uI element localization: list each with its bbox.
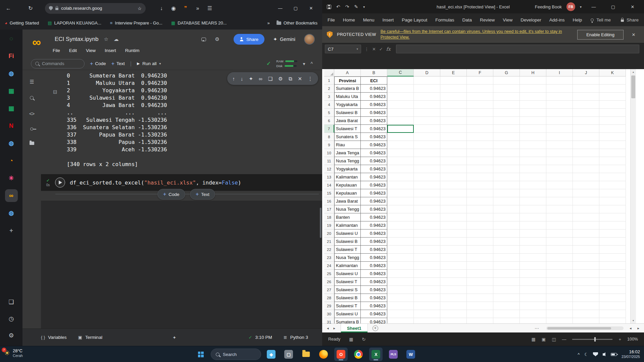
- hidden-icons-chevron[interactable]: ^: [578, 352, 580, 357]
- cell-J15[interactable]: [573, 189, 599, 197]
- cell-F17[interactable]: [467, 205, 493, 213]
- cell-D7[interactable]: [414, 125, 440, 133]
- cell-D16[interactable]: [414, 197, 440, 205]
- cell-E8[interactable]: [440, 133, 467, 141]
- start-button[interactable]: [194, 348, 207, 361]
- bookmark-star-icon[interactable]: ☆: [138, 6, 142, 11]
- cell-F19[interactable]: [467, 221, 493, 229]
- cell-K26[interactable]: [599, 278, 626, 286]
- ribbon-tab-formulas[interactable]: Formulas: [435, 17, 454, 22]
- cell-G16[interactable]: [493, 197, 520, 205]
- cell-F23[interactable]: [467, 254, 493, 262]
- taskbar-app-remote-desktop[interactable]: ▢: [282, 348, 295, 361]
- cell-G4[interactable]: [493, 101, 520, 109]
- cell-H14[interactable]: [520, 181, 546, 189]
- cell-H12[interactable]: [520, 165, 546, 173]
- cell-H23[interactable]: [520, 254, 546, 262]
- name-box-dropdown-icon[interactable]: ▾: [356, 47, 358, 51]
- column-header-B[interactable]: B: [361, 69, 387, 76]
- row-header-21[interactable]: 21: [324, 238, 334, 246]
- cell-K7[interactable]: [599, 125, 626, 133]
- cell-C25[interactable]: [387, 270, 414, 278]
- cell-I26[interactable]: [546, 278, 573, 286]
- cell-A20[interactable]: Sulawesi U: [334, 229, 361, 238]
- row-header-1[interactable]: 1: [324, 76, 334, 85]
- cell-J14[interactable]: [573, 181, 599, 189]
- ribbon-tab-review[interactable]: Review: [480, 17, 495, 22]
- ribbon-tab-view[interactable]: View: [503, 17, 512, 22]
- cancel-entry-icon[interactable]: ✕: [372, 47, 376, 52]
- cell-I5[interactable]: [546, 109, 573, 117]
- cell-A8[interactable]: Sunatera S: [334, 133, 361, 141]
- cell-F8[interactable]: [467, 133, 493, 141]
- cell-K5[interactable]: [599, 109, 626, 117]
- column-header-G[interactable]: G: [493, 69, 520, 76]
- cell-G15[interactable]: [493, 189, 520, 197]
- cell-I18[interactable]: [546, 213, 573, 221]
- cell-D24[interactable]: [414, 262, 440, 270]
- row-header-2[interactable]: 2: [324, 85, 334, 93]
- column-header-J[interactable]: J: [573, 69, 599, 76]
- cell-I7[interactable]: [546, 125, 573, 133]
- cell-E11[interactable]: [440, 157, 467, 165]
- cell-G24[interactable]: [493, 262, 520, 270]
- page-layout-view-icon[interactable]: ▣: [542, 337, 546, 342]
- cell-B30[interactable]: 0.94623: [361, 310, 387, 318]
- terminal-button[interactable]: ▣ Terminal: [78, 335, 102, 340]
- cell-C13[interactable]: [387, 173, 414, 181]
- cell-I6[interactable]: [546, 117, 573, 125]
- cell-F3[interactable]: [467, 93, 493, 101]
- zoom-level[interactable]: 100%: [627, 337, 638, 342]
- cell-H8[interactable]: [520, 133, 546, 141]
- cell-J26[interactable]: [573, 278, 599, 286]
- cell-B19[interactable]: 0.94623: [361, 221, 387, 229]
- cell-A24[interactable]: Kalimantan: [334, 262, 361, 270]
- vertical-scroll-thumb[interactable]: [631, 75, 635, 98]
- cell-J25[interactable]: [573, 270, 599, 278]
- code-line[interactable]: df_eci_sorted.to_excel("hasil_eci.xlsx",…: [70, 179, 241, 186]
- cell-H2[interactable]: [520, 85, 546, 93]
- cell-H17[interactable]: [520, 205, 546, 213]
- output-cell-icon[interactable]: ⊟: [53, 89, 57, 95]
- cell-F11[interactable]: [467, 157, 493, 165]
- cell-H18[interactable]: [520, 213, 546, 221]
- cell-G5[interactable]: [493, 109, 520, 117]
- cell-D27[interactable]: [414, 286, 440, 294]
- row-header-4[interactable]: 4: [324, 101, 334, 109]
- cell-F18[interactable]: [467, 213, 493, 221]
- tell-me-button[interactable]: Tell me: [591, 17, 611, 22]
- cell-J1[interactable]: [573, 76, 599, 85]
- scroll-up-icon[interactable]: ▴: [631, 69, 636, 75]
- row-header-5[interactable]: 5: [324, 109, 334, 117]
- cell-C21[interactable]: [387, 238, 414, 246]
- cell-F12[interactable]: [467, 165, 493, 173]
- cell-E2[interactable]: [440, 85, 467, 93]
- zoom-slider-thumb[interactable]: [594, 337, 596, 342]
- ribbon-tab-file[interactable]: File: [328, 17, 335, 22]
- cell-K31[interactable]: [599, 318, 626, 323]
- cell-F25[interactable]: [467, 270, 493, 278]
- cell-C16[interactable]: [387, 197, 414, 205]
- column-header-H[interactable]: H: [520, 69, 546, 76]
- cell-D4[interactable]: [414, 101, 440, 109]
- cell-H7[interactable]: [520, 125, 546, 133]
- cell-G14[interactable]: [493, 181, 520, 189]
- cell-D25[interactable]: [414, 270, 440, 278]
- cell-E12[interactable]: [440, 165, 467, 173]
- cell-C23[interactable]: [387, 254, 414, 262]
- cell-A12[interactable]: Yogyakarta: [334, 165, 361, 173]
- cell-J29[interactable]: [573, 302, 599, 310]
- cell-G11[interactable]: [493, 157, 520, 165]
- bookmarks-overflow-icon[interactable]: »: [267, 20, 270, 25]
- cell-F9[interactable]: [467, 141, 493, 149]
- sidebar-tab-firefox[interactable]: ◔: [5, 154, 18, 167]
- cell-A9[interactable]: Riau: [334, 141, 361, 149]
- cell-E7[interactable]: [440, 125, 467, 133]
- cell-B31[interactable]: 0.94623: [361, 318, 387, 323]
- cell-B3[interactable]: 0.94623: [361, 93, 387, 101]
- cell-F1[interactable]: [467, 76, 493, 85]
- cell-F14[interactable]: [467, 181, 493, 189]
- cell-F27[interactable]: [467, 286, 493, 294]
- row-header-19[interactable]: 19: [324, 221, 334, 229]
- cell-A21[interactable]: Sulawesi B: [334, 238, 361, 246]
